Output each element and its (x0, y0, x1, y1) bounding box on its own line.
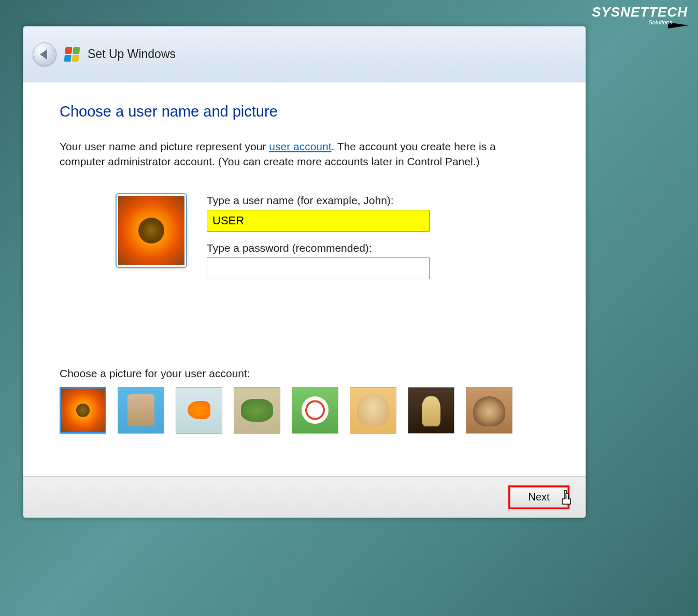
next-button[interactable]: Next (510, 487, 568, 508)
avatar-option-robot[interactable] (118, 387, 164, 434)
page-description: Your user name and picture represent you… (60, 139, 526, 169)
avatar-option-frog[interactable] (234, 387, 280, 434)
avatar-option-fish[interactable] (176, 387, 222, 434)
windows-logo-icon (64, 47, 80, 62)
wizard-footer: Next (23, 476, 586, 518)
avatar-option-cat[interactable] (466, 387, 512, 434)
avatar-option-dog[interactable] (350, 387, 396, 434)
desc-text-before: Your user name and picture represent you… (60, 140, 269, 152)
watermark-brand: SYSNETTECH (592, 4, 688, 20)
wizard-content: Choose a user name and picture Your user… (23, 82, 586, 476)
avatar-picker-label: Choose a picture for your user account: (60, 367, 549, 380)
watermark: SYSNETTECH Solutions (592, 4, 688, 28)
selected-avatar-preview (117, 194, 186, 267)
avatar-option-soccer-ball[interactable] (292, 387, 338, 434)
username-input[interactable] (207, 210, 430, 232)
page-heading: Choose a user name and picture (60, 103, 549, 120)
setup-wizard-window: Set Up Windows Choose a user name and pi… (23, 26, 586, 518)
input-group: Type a user name (for example, John): Ty… (207, 194, 430, 290)
back-arrow-icon (40, 49, 47, 60)
user-account-link[interactable]: user account (269, 140, 331, 152)
back-button[interactable] (33, 42, 56, 66)
username-label: Type a user name (for example, John): (207, 194, 430, 207)
next-button-label: Next (528, 491, 549, 503)
cursor-icon (560, 490, 575, 511)
password-input[interactable] (207, 257, 430, 279)
titlebar: Set Up Windows (23, 26, 586, 82)
user-input-row: Type a user name (for example, John): Ty… (117, 194, 549, 290)
titlebar-text: Set Up Windows (88, 47, 176, 61)
avatar-picker (60, 387, 549, 434)
avatar-option-flower[interactable] (60, 387, 106, 434)
password-label: Type a password (recommended): (207, 242, 430, 254)
avatar-option-chess[interactable] (408, 387, 454, 434)
